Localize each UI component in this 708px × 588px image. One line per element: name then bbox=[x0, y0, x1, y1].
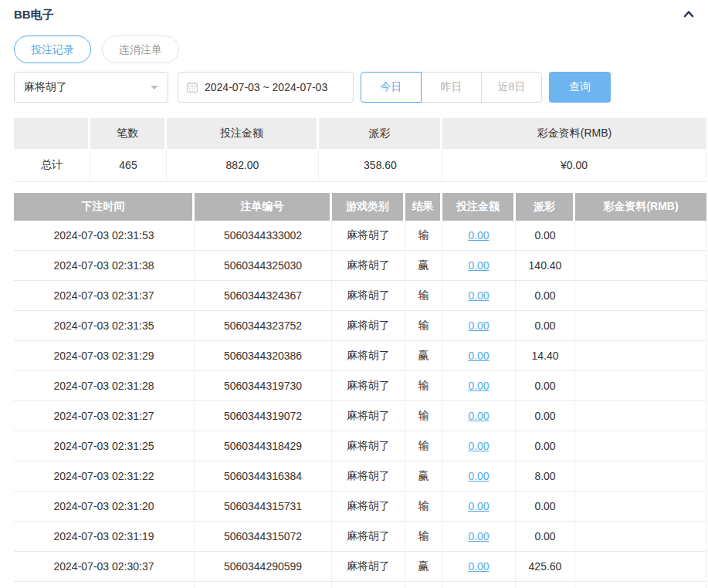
bet-amount-link[interactable]: 0.00 bbox=[468, 560, 489, 573]
bet-amount-link[interactable]: 0.00 bbox=[468, 440, 489, 452]
payout-cell: 0.00 bbox=[516, 311, 575, 340]
table-row: 2024-07-03 02:31:28 5060344319730 麻将胡了 输… bbox=[14, 371, 706, 401]
result-cell: 赢 bbox=[405, 251, 442, 280]
bet-amount-link[interactable]: 0.00 bbox=[468, 350, 489, 362]
bet-amount-link[interactable]: 0.00 bbox=[468, 289, 489, 302]
bet-amount-link[interactable]: 0.00 bbox=[468, 380, 489, 392]
game-type-cell: 麻将胡了 bbox=[332, 251, 405, 280]
col-header-bet-time: 下注时间 bbox=[14, 193, 195, 221]
table-row: 2024-07-03 02:31:29 5060344320386 麻将胡了 赢… bbox=[14, 341, 706, 371]
summary-header-blank bbox=[14, 118, 90, 149]
bet-amount-cell: 0.00 bbox=[442, 281, 516, 310]
bet-amount-link[interactable]: 0.00 bbox=[468, 530, 489, 542]
payout-cell: 425.60 bbox=[516, 552, 575, 581]
order-no-cell: 5060344320386 bbox=[195, 341, 332, 370]
bet-time-cell: 2024-07-03 02:31:37 bbox=[14, 281, 195, 310]
bet-amount-link[interactable]: 0.00 bbox=[468, 259, 489, 272]
game-select-value: 麻将胡了 bbox=[24, 80, 67, 94]
game-type-cell: 麻将胡了 bbox=[332, 311, 405, 340]
jackpot-cell bbox=[575, 492, 706, 521]
bet-time-cell: 2024-07-03 02:31:20 bbox=[14, 492, 195, 521]
order-no-cell: 5060344318429 bbox=[195, 431, 332, 461]
bet-record-panel: BB电子 投注记录 连消注单 麻将胡了 bbox=[0, 0, 708, 588]
jackpot-cell bbox=[575, 582, 706, 588]
game-type-cell: 麻将胡了 bbox=[332, 461, 405, 491]
date-range-picker[interactable]: 2024-07-03 ~ 2024-07-03 bbox=[178, 72, 354, 103]
yesterday-button[interactable]: 昨日 bbox=[421, 72, 482, 103]
bet-table-body: 2024-07-03 02:31:53 5060344333002 麻将胡了 输… bbox=[14, 221, 706, 588]
chevron-down-icon bbox=[151, 86, 158, 90]
bet-amount-cell: 0.00 bbox=[442, 341, 516, 370]
col-header-bet-amount: 投注金额 bbox=[442, 193, 516, 221]
bet-amount-link[interactable]: 0.00 bbox=[468, 500, 489, 512]
game-type-cell: 麻将胡了 bbox=[332, 401, 405, 431]
bet-amount-cell: 0.00 bbox=[442, 371, 516, 400]
order-no-cell: 5060344323752 bbox=[195, 311, 332, 340]
table-row: 2024-07-03 02:31:20 5060344315731 麻将胡了 输… bbox=[14, 492, 706, 522]
result-cell: 输 bbox=[405, 371, 442, 400]
payout-cell: 0.00 bbox=[516, 281, 575, 310]
payout-cell: 0.00 bbox=[516, 492, 575, 521]
table-row: 2024-07-03 02:31:19 5060344315072 麻将胡了 输… bbox=[14, 522, 706, 552]
table-row: 2024-07-03 02:31:27 5060344319072 麻将胡了 输… bbox=[14, 401, 706, 431]
bet-amount-cell: 0.00 bbox=[442, 552, 516, 581]
payout-cell: 0.00 bbox=[516, 401, 575, 431]
bet-time-cell: 2024-07-03 02:31:22 bbox=[14, 461, 195, 491]
result-cell: 赢 bbox=[405, 582, 442, 588]
jackpot-cell bbox=[575, 461, 706, 491]
bet-amount-cell: 2.00 bbox=[442, 582, 516, 588]
bet-amount-link[interactable]: 0.00 bbox=[468, 410, 489, 422]
bet-time-cell: 2024-07-03 02:31:29 bbox=[14, 341, 195, 370]
today-button[interactable]: 今日 bbox=[361, 72, 422, 103]
last-8-days-button[interactable]: 近8日 bbox=[481, 72, 542, 103]
payout-cell: 0.00 bbox=[516, 431, 575, 461]
col-header-result: 结果 bbox=[405, 193, 442, 221]
table-row: 2024-07-03 02:31:38 5060344325030 麻将胡了 赢… bbox=[14, 251, 706, 281]
date-range-value: 2024-07-03 ~ 2024-07-03 bbox=[205, 81, 327, 93]
payout-cell: -0.50 bbox=[516, 582, 575, 588]
order-no-cell: 5060344325030 bbox=[195, 251, 332, 280]
panel-header: BB电子 bbox=[14, 6, 708, 23]
order-no-cell: 5060344280634 bbox=[195, 582, 332, 588]
tab-cascade-orders[interactable]: 连消注单 bbox=[102, 35, 179, 63]
table-row: 2024-07-03 02:30:21 5060344280634 麻将胡了 赢… bbox=[14, 582, 706, 588]
game-type-cell: 麻将胡了 bbox=[332, 522, 405, 551]
order-no-cell: 5060344315072 bbox=[195, 522, 332, 551]
bet-table-header: 下注时间 注单编号 游戏类别 结果 投注金额 派彩 彩金资料(RMB) bbox=[14, 193, 706, 221]
page-title: BB电子 bbox=[14, 8, 54, 22]
result-cell: 输 bbox=[405, 492, 442, 521]
result-cell: 赢 bbox=[405, 341, 442, 370]
summary-table: 笔数 投注金额 派彩 彩金资料(RMB) 总计 465 882.00 358.6… bbox=[14, 118, 706, 182]
game-select[interactable]: 麻将胡了 bbox=[14, 72, 168, 103]
bet-amount-link[interactable]: 0.00 bbox=[468, 319, 489, 332]
tab-bet-records[interactable]: 投注记录 bbox=[14, 35, 91, 63]
search-button[interactable]: 查询 bbox=[549, 72, 611, 103]
bet-amount-link[interactable]: 0.00 bbox=[468, 470, 489, 482]
payout-cell: 0.00 bbox=[516, 371, 575, 400]
bet-amount-link[interactable]: 0.00 bbox=[468, 229, 489, 242]
game-type-cell: 麻将胡了 bbox=[332, 492, 405, 521]
jackpot-cell bbox=[575, 221, 706, 250]
order-no-cell: 5060344324367 bbox=[195, 281, 332, 310]
bet-time-cell: 2024-07-03 02:30:21 bbox=[14, 582, 195, 588]
bet-time-cell: 2024-07-03 02:31:38 bbox=[14, 251, 195, 280]
jackpot-cell bbox=[575, 341, 706, 370]
col-header-jackpot: 彩金资料(RMB) bbox=[575, 193, 706, 221]
col-header-order-no: 注单编号 bbox=[195, 193, 332, 221]
result-cell: 输 bbox=[405, 522, 442, 551]
order-no-cell: 5060344315731 bbox=[195, 492, 332, 521]
game-type-cell: 麻将胡了 bbox=[332, 221, 405, 250]
table-row: 2024-07-03 02:31:53 5060344333002 麻将胡了 输… bbox=[14, 221, 706, 251]
result-cell: 输 bbox=[405, 311, 442, 340]
summary-total-jackpot: ¥0.00 bbox=[442, 149, 706, 181]
collapse-button[interactable] bbox=[680, 6, 697, 23]
table-row: 2024-07-03 02:31:22 5060344316384 麻将胡了 赢… bbox=[14, 461, 706, 492]
jackpot-cell bbox=[575, 522, 706, 551]
summary-total-label: 总计 bbox=[14, 149, 90, 181]
bet-amount-cell: 0.00 bbox=[442, 492, 516, 521]
result-cell: 输 bbox=[405, 281, 442, 310]
summary-total-bet-amount: 882.00 bbox=[167, 149, 319, 181]
summary-header-row: 笔数 投注金额 派彩 彩金资料(RMB) bbox=[14, 118, 706, 149]
result-cell: 输 bbox=[405, 431, 442, 461]
quick-date-group: 今日 昨日 近8日 bbox=[361, 72, 542, 103]
